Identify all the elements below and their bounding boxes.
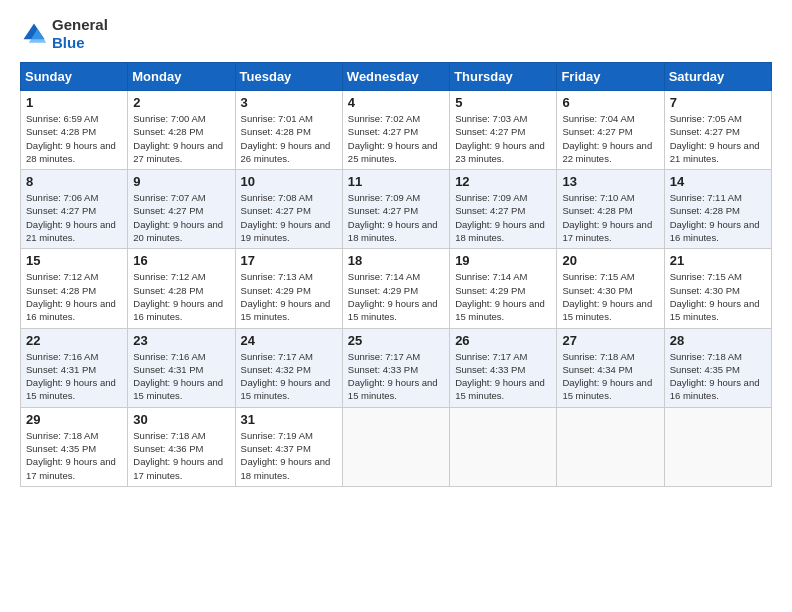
day-number: 8 [26,174,122,189]
calendar-cell: 8Sunrise: 7:06 AMSunset: 4:27 PMDaylight… [21,170,128,249]
calendar-cell: 10Sunrise: 7:08 AMSunset: 4:27 PMDayligh… [235,170,342,249]
day-number: 29 [26,412,122,427]
day-info: Sunrise: 7:05 AMSunset: 4:27 PMDaylight:… [670,112,766,165]
day-info: Sunrise: 7:14 AMSunset: 4:29 PMDaylight:… [455,270,551,323]
day-info: Sunrise: 7:10 AMSunset: 4:28 PMDaylight:… [562,191,658,244]
day-number: 24 [241,333,337,348]
day-info: Sunrise: 7:01 AMSunset: 4:28 PMDaylight:… [241,112,337,165]
col-header-thursday: Thursday [450,63,557,91]
day-number: 14 [670,174,766,189]
week-row-1: 1Sunrise: 6:59 AMSunset: 4:28 PMDaylight… [21,91,772,170]
week-row-4: 22Sunrise: 7:16 AMSunset: 4:31 PMDayligh… [21,328,772,407]
day-info: Sunrise: 7:08 AMSunset: 4:27 PMDaylight:… [241,191,337,244]
week-row-3: 15Sunrise: 7:12 AMSunset: 4:28 PMDayligh… [21,249,772,328]
calendar-cell: 2Sunrise: 7:00 AMSunset: 4:28 PMDaylight… [128,91,235,170]
day-info: Sunrise: 7:18 AMSunset: 4:35 PMDaylight:… [26,429,122,482]
day-info: Sunrise: 7:18 AMSunset: 4:34 PMDaylight:… [562,350,658,403]
day-number: 6 [562,95,658,110]
day-info: Sunrise: 7:03 AMSunset: 4:27 PMDaylight:… [455,112,551,165]
calendar-table: SundayMondayTuesdayWednesdayThursdayFrid… [20,62,772,487]
col-header-saturday: Saturday [664,63,771,91]
day-info: Sunrise: 7:18 AMSunset: 4:36 PMDaylight:… [133,429,229,482]
day-info: Sunrise: 7:15 AMSunset: 4:30 PMDaylight:… [562,270,658,323]
day-info: Sunrise: 7:09 AMSunset: 4:27 PMDaylight:… [348,191,444,244]
day-info: Sunrise: 7:16 AMSunset: 4:31 PMDaylight:… [26,350,122,403]
calendar-cell: 19Sunrise: 7:14 AMSunset: 4:29 PMDayligh… [450,249,557,328]
day-number: 12 [455,174,551,189]
day-number: 16 [133,253,229,268]
day-info: Sunrise: 7:04 AMSunset: 4:27 PMDaylight:… [562,112,658,165]
calendar-cell: 21Sunrise: 7:15 AMSunset: 4:30 PMDayligh… [664,249,771,328]
day-info: Sunrise: 7:17 AMSunset: 4:32 PMDaylight:… [241,350,337,403]
day-info: Sunrise: 7:12 AMSunset: 4:28 PMDaylight:… [133,270,229,323]
calendar-cell: 25Sunrise: 7:17 AMSunset: 4:33 PMDayligh… [342,328,449,407]
day-number: 26 [455,333,551,348]
day-number: 23 [133,333,229,348]
calendar-cell [664,407,771,486]
calendar-cell: 29Sunrise: 7:18 AMSunset: 4:35 PMDayligh… [21,407,128,486]
day-info: Sunrise: 7:06 AMSunset: 4:27 PMDaylight:… [26,191,122,244]
day-number: 28 [670,333,766,348]
page: General Blue SundayMondayTuesdayWednesda… [0,0,792,612]
day-number: 7 [670,95,766,110]
calendar-cell: 28Sunrise: 7:18 AMSunset: 4:35 PMDayligh… [664,328,771,407]
calendar-cell: 18Sunrise: 7:14 AMSunset: 4:29 PMDayligh… [342,249,449,328]
day-info: Sunrise: 7:12 AMSunset: 4:28 PMDaylight:… [26,270,122,323]
day-info: Sunrise: 7:09 AMSunset: 4:27 PMDaylight:… [455,191,551,244]
day-number: 2 [133,95,229,110]
day-info: Sunrise: 7:15 AMSunset: 4:30 PMDaylight:… [670,270,766,323]
calendar-cell: 3Sunrise: 7:01 AMSunset: 4:28 PMDaylight… [235,91,342,170]
calendar-cell [557,407,664,486]
week-row-2: 8Sunrise: 7:06 AMSunset: 4:27 PMDaylight… [21,170,772,249]
calendar-cell: 17Sunrise: 7:13 AMSunset: 4:29 PMDayligh… [235,249,342,328]
col-header-wednesday: Wednesday [342,63,449,91]
col-header-monday: Monday [128,63,235,91]
logo-text: General Blue [52,16,108,52]
calendar-cell: 27Sunrise: 7:18 AMSunset: 4:34 PMDayligh… [557,328,664,407]
calendar-cell [342,407,449,486]
day-number: 22 [26,333,122,348]
day-info: Sunrise: 6:59 AMSunset: 4:28 PMDaylight:… [26,112,122,165]
calendar-cell: 23Sunrise: 7:16 AMSunset: 4:31 PMDayligh… [128,328,235,407]
col-header-tuesday: Tuesday [235,63,342,91]
calendar-cell: 7Sunrise: 7:05 AMSunset: 4:27 PMDaylight… [664,91,771,170]
day-number: 13 [562,174,658,189]
calendar-cell: 11Sunrise: 7:09 AMSunset: 4:27 PMDayligh… [342,170,449,249]
day-info: Sunrise: 7:14 AMSunset: 4:29 PMDaylight:… [348,270,444,323]
calendar-cell: 6Sunrise: 7:04 AMSunset: 4:27 PMDaylight… [557,91,664,170]
calendar-header-row: SundayMondayTuesdayWednesdayThursdayFrid… [21,63,772,91]
calendar-cell: 20Sunrise: 7:15 AMSunset: 4:30 PMDayligh… [557,249,664,328]
calendar-cell: 31Sunrise: 7:19 AMSunset: 4:37 PMDayligh… [235,407,342,486]
calendar-cell: 26Sunrise: 7:17 AMSunset: 4:33 PMDayligh… [450,328,557,407]
calendar-cell [450,407,557,486]
day-number: 21 [670,253,766,268]
logo-icon [20,20,48,48]
calendar-cell: 9Sunrise: 7:07 AMSunset: 4:27 PMDaylight… [128,170,235,249]
calendar-cell: 22Sunrise: 7:16 AMSunset: 4:31 PMDayligh… [21,328,128,407]
calendar-cell: 15Sunrise: 7:12 AMSunset: 4:28 PMDayligh… [21,249,128,328]
day-info: Sunrise: 7:17 AMSunset: 4:33 PMDaylight:… [348,350,444,403]
day-number: 30 [133,412,229,427]
calendar-cell: 30Sunrise: 7:18 AMSunset: 4:36 PMDayligh… [128,407,235,486]
day-number: 5 [455,95,551,110]
calendar-cell: 24Sunrise: 7:17 AMSunset: 4:32 PMDayligh… [235,328,342,407]
day-number: 1 [26,95,122,110]
day-number: 25 [348,333,444,348]
day-info: Sunrise: 7:02 AMSunset: 4:27 PMDaylight:… [348,112,444,165]
day-number: 9 [133,174,229,189]
calendar-cell: 13Sunrise: 7:10 AMSunset: 4:28 PMDayligh… [557,170,664,249]
week-row-5: 29Sunrise: 7:18 AMSunset: 4:35 PMDayligh… [21,407,772,486]
day-number: 17 [241,253,337,268]
day-number: 10 [241,174,337,189]
day-number: 3 [241,95,337,110]
day-info: Sunrise: 7:11 AMSunset: 4:28 PMDaylight:… [670,191,766,244]
col-header-sunday: Sunday [21,63,128,91]
logo: General Blue [20,16,108,52]
day-number: 4 [348,95,444,110]
calendar-cell: 5Sunrise: 7:03 AMSunset: 4:27 PMDaylight… [450,91,557,170]
day-info: Sunrise: 7:13 AMSunset: 4:29 PMDaylight:… [241,270,337,323]
calendar-cell: 12Sunrise: 7:09 AMSunset: 4:27 PMDayligh… [450,170,557,249]
calendar-cell: 14Sunrise: 7:11 AMSunset: 4:28 PMDayligh… [664,170,771,249]
day-info: Sunrise: 7:00 AMSunset: 4:28 PMDaylight:… [133,112,229,165]
day-info: Sunrise: 7:07 AMSunset: 4:27 PMDaylight:… [133,191,229,244]
